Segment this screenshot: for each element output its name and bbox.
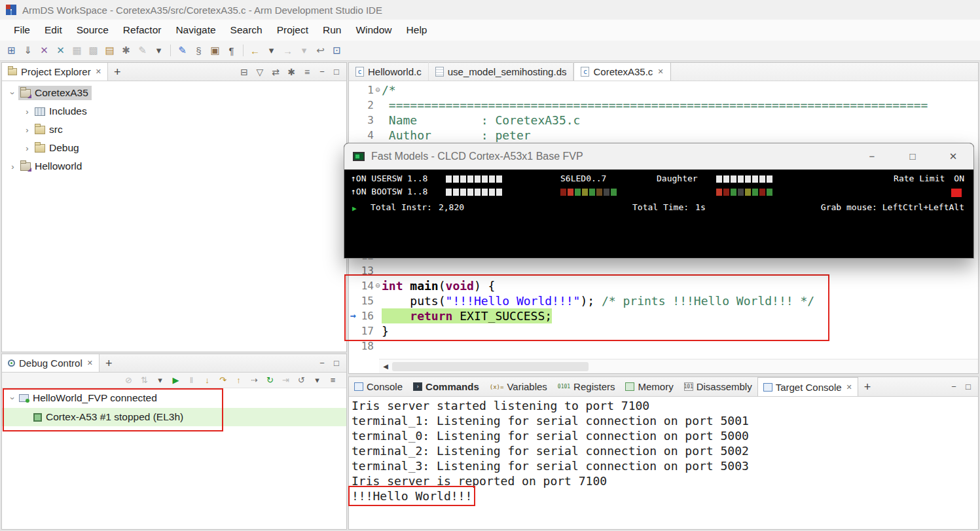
console-tab-commands[interactable]: ›Commands (408, 377, 484, 396)
tab-project-explorer[interactable]: Project Explorer ✕ (2, 63, 108, 81)
fold-collapse-icon[interactable]: ⊖ (374, 278, 382, 293)
console-tab-console[interactable]: Console (349, 377, 408, 396)
annotate-icon[interactable]: ✎ (174, 43, 191, 58)
console-tab-target-console[interactable]: Target Console✕ (757, 377, 858, 396)
line-number[interactable]: 18 (357, 339, 374, 354)
console-tab-registers[interactable]: 0101Registers (553, 377, 621, 396)
new-view-button[interactable]: + (864, 381, 871, 393)
connection-menu-icon[interactable]: ▾ (153, 375, 167, 385)
format-icon[interactable]: § (191, 43, 207, 58)
line-number[interactable]: 2 (357, 98, 374, 113)
line-number[interactable]: 1 (357, 82, 374, 98)
close-icon[interactable]: ✕ (657, 67, 663, 76)
minimize-view-icon[interactable]: − (315, 67, 329, 77)
open-type-icon[interactable]: ▣ (207, 43, 223, 58)
run-to-icon[interactable]: ⇥ (279, 375, 293, 385)
line-number[interactable]: 14 (357, 278, 374, 293)
back-menu-icon[interactable]: ▾ (263, 43, 280, 58)
save-icon[interactable]: ▦ (69, 43, 85, 58)
import-icon[interactable]: ⇓ (20, 43, 36, 58)
maximize-view-icon[interactable]: □ (329, 358, 344, 368)
code-line-16[interactable]: →16 return EXIT_SUCCESS; (349, 308, 978, 323)
tab-debug-control[interactable]: Debug Control ✕ (2, 354, 100, 372)
last-edit-location-icon[interactable]: ↩ (312, 43, 329, 58)
code-line-15[interactable]: 15 puts("!!!Hello World!!!"); /* prints … (349, 293, 978, 308)
continue-icon[interactable]: ▶ (169, 375, 183, 385)
forward-menu-icon[interactable]: ▾ (296, 43, 312, 58)
menu-refactor[interactable]: Refactor (116, 20, 169, 41)
console-tab-variables[interactable]: (x)=Variables (484, 377, 553, 396)
filter-icon[interactable]: ▽ (252, 67, 268, 77)
line-number[interactable]: 3 (357, 113, 374, 128)
step-out-icon[interactable]: ↑ (232, 375, 245, 385)
menu-window[interactable]: Window (348, 20, 399, 41)
menu-edit[interactable]: Edit (37, 20, 69, 41)
close-icon[interactable]: ✕ (87, 359, 93, 367)
debug-probe-icon[interactable]: ✕ (36, 43, 52, 58)
step-into-icon[interactable]: ↓ (200, 375, 214, 385)
line-number[interactable]: 16 (357, 308, 374, 323)
menu-project[interactable]: Project (270, 20, 316, 41)
tree-item-debug[interactable]: ›Debug (2, 139, 346, 157)
close-icon[interactable]: ✕ (96, 67, 101, 76)
skip-breakpoints-icon[interactable]: ⊘ (122, 375, 136, 385)
instruction-stepping-icon[interactable]: ⇢ (247, 375, 261, 385)
line-number[interactable]: 15 (357, 293, 374, 308)
menu-help[interactable]: Help (399, 20, 435, 41)
menu-run[interactable]: Run (316, 20, 348, 41)
save-all-icon[interactable]: ▩ (85, 43, 101, 58)
new-view-button[interactable]: + (114, 66, 121, 78)
view-menu-icon[interactable]: ≡ (299, 67, 315, 77)
restart-icon[interactable]: ↻ (263, 375, 277, 385)
fm-minimize-button[interactable]: − (852, 151, 892, 162)
forward-icon[interactable]: → (280, 43, 296, 58)
line-number[interactable]: 13 (357, 263, 374, 278)
clean-icon[interactable]: ✎ (134, 43, 151, 58)
chevron-collapsed-icon[interactable]: › (22, 107, 33, 117)
close-icon[interactable]: ✕ (846, 383, 852, 392)
new-menu-icon[interactable]: ▾ (151, 43, 167, 58)
interrupt-icon[interactable]: ‖ (185, 375, 198, 385)
menu-file[interactable]: File (7, 20, 37, 41)
menu-source[interactable]: Source (69, 20, 116, 41)
code-line-13[interactable]: 13 (349, 263, 978, 278)
code-line-18[interactable]: 18 (349, 339, 978, 354)
scroll-left-icon[interactable]: ◀ (379, 363, 392, 370)
maximize-view-icon[interactable]: □ (961, 382, 975, 392)
line-number[interactable]: 17 (357, 323, 374, 339)
chevron-collapsed-icon[interactable]: › (7, 162, 18, 172)
chevron-expanded-icon[interactable]: › (8, 88, 18, 99)
tree-item-src[interactable]: ›src (2, 120, 346, 139)
customize-view-icon[interactable]: ✱ (283, 67, 299, 77)
show-whitespace-icon[interactable]: ¶ (223, 43, 240, 58)
open-perspective-icon[interactable]: ⊡ (329, 43, 345, 58)
new-view-button[interactable]: + (105, 357, 113, 369)
minimize-view-icon[interactable]: − (947, 382, 961, 392)
fold-collapse-icon[interactable]: ⊖ (374, 82, 382, 98)
code-line-4[interactable]: 4 Author : peter (349, 128, 978, 143)
tree-item-includes[interactable]: ›Includes (2, 102, 346, 120)
scrollbar-thumb[interactable] (392, 362, 589, 371)
build-icon[interactable]: ✱ (118, 43, 134, 58)
chevron-collapsed-icon[interactable]: › (22, 125, 33, 135)
link-with-editor-icon[interactable]: ⇄ (268, 67, 283, 77)
new-icon[interactable]: ⊞ (3, 43, 20, 58)
collapse-all-icon[interactable]: ⊟ (236, 67, 252, 77)
console-tab-memory[interactable]: Memory (620, 377, 678, 396)
step-over-icon[interactable]: ↷ (216, 375, 230, 385)
line-number[interactable]: 4 (357, 128, 374, 143)
editor-tab-helloworld-c[interactable]: cHelloworld.c (349, 62, 429, 81)
open-folder-icon[interactable]: ▤ (101, 43, 118, 58)
code-line-14[interactable]: 14⊖int main(void) { (349, 278, 978, 293)
refresh-icon[interactable]: ↺ (295, 375, 308, 385)
menu-navigate[interactable]: Navigate (168, 20, 223, 41)
code-line-3[interactable]: 3 Name : CoretexA35.c (349, 113, 978, 128)
code-line-2[interactable]: 2 ======================================… (349, 98, 978, 113)
minimize-view-icon[interactable]: − (315, 358, 329, 368)
code-line-17[interactable]: 17} (349, 323, 978, 339)
fm-maximize-button[interactable]: □ (892, 151, 933, 162)
console-tab-disassembly[interactable]: 101Disassembly (679, 377, 757, 396)
maximize-view-icon[interactable]: □ (329, 67, 344, 77)
chevron-collapsed-icon[interactable]: › (22, 143, 33, 153)
debug-tree-item-cortex-a53-1-stopped-el3h[interactable]: Cortex-A53 #1 stopped (EL3h) (2, 408, 346, 426)
